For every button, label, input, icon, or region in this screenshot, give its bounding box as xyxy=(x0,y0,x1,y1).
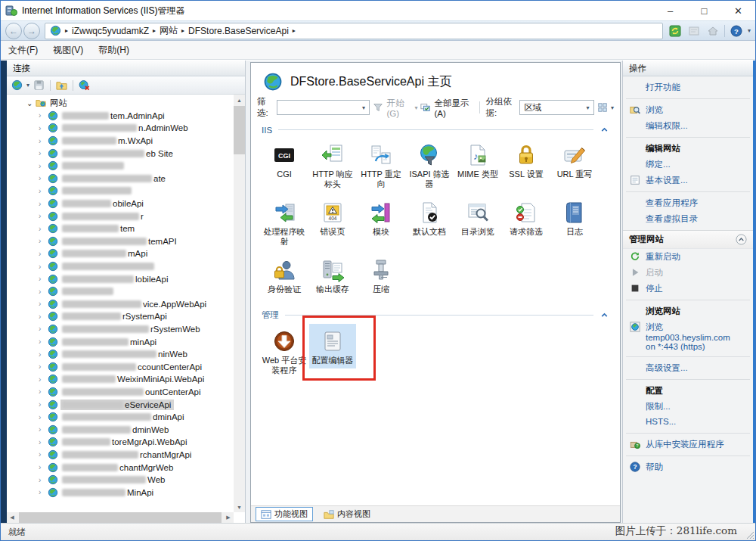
resize-grip[interactable] xyxy=(744,529,754,539)
feature-item[interactable]: SSL 设置 xyxy=(503,138,550,182)
tree-site-item[interactable]: › WeixinMiniApi.WebApi xyxy=(8,373,234,386)
close-button[interactable]: ✕ xyxy=(721,1,755,20)
chevron-down-icon[interactable]: ▾ xyxy=(358,104,369,111)
browse-binding-action[interactable]: 浏览 temp003.heyslim.com on *:443 (https) xyxy=(623,319,753,353)
back-button[interactable]: ← xyxy=(5,23,22,39)
tree-site-item[interactable]: › n.AdminWeb xyxy=(8,122,234,135)
scrollbar-thumb[interactable] xyxy=(19,512,222,523)
tree-site-item[interactable]: › xyxy=(8,160,234,173)
menu-help[interactable]: 帮助(H) xyxy=(98,44,129,57)
expand-arrow-icon[interactable]: › xyxy=(39,300,48,308)
expand-arrow-icon[interactable]: › xyxy=(39,463,48,471)
feature-item[interactable]: ♪ MIME 类型 xyxy=(454,138,501,182)
open-feature-action[interactable]: 打开功能 xyxy=(623,79,753,95)
tree-site-item[interactable]: › ninWeb xyxy=(8,348,234,361)
expand-arrow-icon[interactable]: › xyxy=(39,237,48,245)
show-all-button[interactable]: 全部显示(A) xyxy=(434,98,472,118)
breadcrumb-segment[interactable]: DFStore.BaseServiceApi xyxy=(188,26,289,36)
tree-site-item[interactable]: › MinApi xyxy=(8,486,234,499)
tree-vertical-scrollbar[interactable]: ▲ ▼ xyxy=(234,95,245,512)
scroll-right-icon[interactable]: ▶ xyxy=(223,512,234,523)
collapse-section-icon[interactable] xyxy=(736,234,747,245)
collapse-arrow-icon[interactable]: ⌄ xyxy=(26,99,36,107)
tree-site-item[interactable]: › xyxy=(8,185,234,197)
refresh-sync-icon[interactable] xyxy=(668,23,683,39)
hsts-action[interactable]: HSTS... xyxy=(623,415,753,430)
expand-arrow-icon[interactable]: › xyxy=(39,200,48,208)
feature-item[interactable]: 目录浏览 xyxy=(454,195,501,240)
up-level-icon[interactable] xyxy=(54,78,69,92)
tree-site-item[interactable]: › dminApi xyxy=(8,411,234,424)
go-button[interactable]: 开始(G) xyxy=(386,98,411,118)
edit-permissions-action[interactable]: 编辑权限... xyxy=(623,118,753,134)
expand-arrow-icon[interactable]: › xyxy=(39,212,48,220)
restart-action[interactable]: 重新启动 xyxy=(623,249,753,265)
feature-item[interactable]: CGI CGI xyxy=(261,138,308,182)
stop-action[interactable]: 停止 xyxy=(623,281,753,297)
tree-site-item[interactable]: › toreMgrApi.WebApi xyxy=(8,436,234,449)
connect-server-icon[interactable] xyxy=(10,78,24,92)
expand-arrow-icon[interactable]: › xyxy=(39,488,48,496)
tree-site-item[interactable]: › tem xyxy=(8,222,234,235)
view-tab[interactable]: 功能视图 xyxy=(256,507,313,521)
feature-item[interactable]: 压缩 xyxy=(358,253,404,297)
tree-site-item[interactable]: › xyxy=(8,285,234,298)
bindings-action[interactable]: 绑定... xyxy=(623,157,753,173)
tree-site-item[interactable]: › vice.AppWebApi xyxy=(8,298,234,311)
tree-site-item[interactable]: › mApi xyxy=(8,247,234,260)
feature-item[interactable]: 日志 xyxy=(551,195,598,240)
scroll-left-icon[interactable]: ◀ xyxy=(7,512,17,523)
tree-horizontal-scrollbar[interactable]: ◀ ▶ xyxy=(7,512,234,523)
forward-button[interactable]: → xyxy=(23,23,40,39)
tree-site-item[interactable]: › chantMgrWeb xyxy=(8,461,234,474)
expand-arrow-icon[interactable]: › xyxy=(39,425,48,434)
feature-item[interactable]: HTTP 重定向 xyxy=(358,138,404,192)
collapse-section-icon[interactable] xyxy=(600,125,609,135)
feature-item[interactable]: Web 平台安装程序 xyxy=(261,324,308,378)
view-virtual-directories-action[interactable]: 查看虚拟目录 xyxy=(623,211,753,227)
feature-item[interactable]: 模块 xyxy=(358,195,404,240)
expand-arrow-icon[interactable]: › xyxy=(39,124,48,132)
tree-site-item[interactable]: › eb Site xyxy=(8,147,234,160)
expand-arrow-icon[interactable]: › xyxy=(39,111,48,120)
limits-action[interactable]: 限制... xyxy=(623,399,753,415)
tree-root-websites[interactable]: ⌄ 网站 xyxy=(8,97,234,110)
expand-arrow-icon[interactable]: › xyxy=(39,225,48,233)
group-by-select[interactable]: 区域 ▾ xyxy=(519,100,594,115)
disconnect-icon[interactable] xyxy=(77,78,91,92)
feature-item[interactable]: ISAPI 筛选器 xyxy=(406,138,453,192)
expand-arrow-icon[interactable]: › xyxy=(39,325,48,333)
tree-site-item[interactable]: › dminWeb xyxy=(8,423,234,436)
expand-arrow-icon[interactable]: › xyxy=(39,450,48,459)
expand-arrow-icon[interactable]: › xyxy=(39,162,48,170)
feature-item[interactable]: 配置编辑器 xyxy=(309,324,356,368)
tree-site-item[interactable]: › ccountCenterApi xyxy=(8,360,234,373)
minimize-button[interactable]: – xyxy=(653,1,687,20)
expand-arrow-icon[interactable]: › xyxy=(39,337,48,346)
scroll-up-icon[interactable]: ▲ xyxy=(234,95,245,105)
tree-site-item[interactable]: › tem.AdminApi xyxy=(8,110,234,123)
feature-item[interactable]: 默认文档 xyxy=(406,195,453,240)
expand-arrow-icon[interactable]: › xyxy=(39,149,48,157)
tree-site-item[interactable]: › Web xyxy=(8,474,234,487)
expand-arrow-icon[interactable]: › xyxy=(39,387,48,396)
breadcrumb-segment[interactable]: 网站 xyxy=(160,24,178,37)
install-from-gallery-action[interactable]: ?从库中安装应用程序 xyxy=(623,437,753,452)
expand-arrow-icon[interactable]: › xyxy=(39,350,48,359)
expand-arrow-icon[interactable]: › xyxy=(39,187,48,195)
scrollbar-thumb[interactable] xyxy=(234,106,245,154)
tree-site-item[interactable]: › rSystemWeb xyxy=(8,323,234,336)
collapse-section-icon[interactable] xyxy=(600,310,609,320)
expand-arrow-icon[interactable]: › xyxy=(39,400,48,409)
tree-site-item[interactable]: › ountCenterApi xyxy=(8,386,234,399)
feature-item[interactable]: 请求筛选 xyxy=(503,195,550,240)
view-mode-icon[interactable] xyxy=(597,102,608,113)
advanced-settings-action[interactable]: 高级设置... xyxy=(623,360,753,376)
browse-action[interactable]: 浏览 xyxy=(623,102,753,118)
tree-site-item[interactable]: › xyxy=(8,260,234,273)
expand-arrow-icon[interactable]: › xyxy=(39,476,48,484)
tree-site-item[interactable]: › temAPI xyxy=(8,235,234,248)
breadcrumb[interactable]: ▸ iZwwqc5yvudamkZ ▸ 网站 ▸ DFStore.BaseSer… xyxy=(45,23,663,39)
expand-arrow-icon[interactable]: › xyxy=(39,250,48,258)
feature-item[interactable]: HTTP 响应标头 xyxy=(309,138,356,192)
